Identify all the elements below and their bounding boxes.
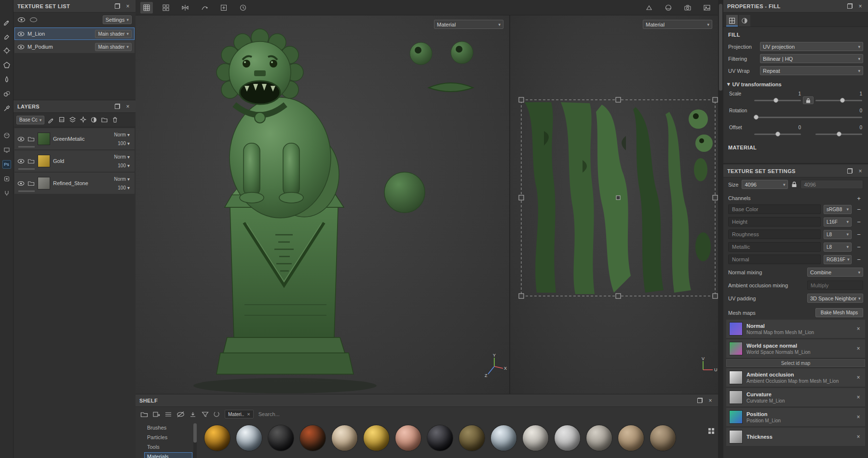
channel-format-dropdown[interactable]: L8 ▾ xyxy=(824,242,852,252)
material-thumbnail[interactable] xyxy=(236,425,262,451)
import-resource-icon[interactable] xyxy=(152,411,160,418)
channel-format-dropdown[interactable]: sRGB8 ▾ xyxy=(824,205,852,214)
layer-row-greenmetalic[interactable]: GreenMetalic Norm▾ 100▾ xyxy=(14,128,135,149)
visibility-eye-icon[interactable] xyxy=(17,17,26,23)
float-panel-icon[interactable] xyxy=(696,397,704,404)
material-thumbnail[interactable] xyxy=(491,425,516,451)
category-brushes[interactable]: Brushes xyxy=(144,423,192,432)
blend-dropdown[interactable]: Norm▾ xyxy=(112,175,132,183)
paint-tool[interactable] xyxy=(0,14,14,29)
category-materials[interactable]: Materials xyxy=(144,452,192,458)
close-panel-icon[interactable]: × xyxy=(856,167,864,175)
close-panel-icon[interactable]: × xyxy=(124,2,132,10)
resources-icon[interactable] xyxy=(0,128,14,143)
add-view-icon[interactable] xyxy=(217,2,230,13)
material-thumbnail[interactable] xyxy=(618,425,644,451)
layer-row-gold[interactable]: Gold Norm▾ 100▾ xyxy=(14,150,135,172)
mesh-map-position[interactable]: Position Position M_Lion × xyxy=(726,408,865,426)
photoshop-badge[interactable]: Ps xyxy=(0,157,14,172)
viewport-3d[interactable]: Material ▾ Y X Z xyxy=(136,15,509,394)
remove-channel-icon[interactable]: − xyxy=(854,242,863,251)
scale-y-slider[interactable] xyxy=(815,100,862,101)
material-thumbnail[interactable] xyxy=(555,425,580,451)
channel-name[interactable]: Roughness xyxy=(728,229,821,239)
float-panel-icon[interactable] xyxy=(846,2,854,10)
mesh-map-curvature[interactable]: Curvature Curvature M_Lion × xyxy=(726,388,865,406)
folder-icon[interactable] xyxy=(140,411,148,418)
add-layer-icon[interactable] xyxy=(48,116,55,123)
display-settings-icon[interactable] xyxy=(0,143,14,157)
material-thumbnail[interactable] xyxy=(364,425,389,451)
size-lock-icon[interactable] xyxy=(791,181,797,188)
uv-padding-dropdown[interactable]: 3D Space Neighbor ▾ xyxy=(807,294,863,303)
polygon-fill-tool[interactable] xyxy=(0,58,14,72)
uv-wrap-dropdown[interactable]: Repeat ▾ xyxy=(760,66,863,75)
material-thumbnail[interactable] xyxy=(332,425,357,451)
display-mode-icon[interactable] xyxy=(662,2,675,13)
symmetry-icon[interactable] xyxy=(179,2,191,13)
export-resources-icon[interactable] xyxy=(189,411,197,418)
material-thumbnail[interactable] xyxy=(268,425,294,451)
shader-dropdown[interactable]: Main shader ▾ xyxy=(95,43,132,51)
mesh-map-ambient-occlusion[interactable]: Ambient occlusion Ambient Occlusion Map … xyxy=(726,368,865,387)
opacity-dropdown[interactable]: 100▾ xyxy=(116,184,132,191)
mesh-map-normal[interactable]: Normal Normal Map from Mesh M_Lion × xyxy=(726,320,865,338)
right-panel-scrollbar[interactable] xyxy=(718,0,723,458)
remove-mesh-map-icon[interactable]: × xyxy=(854,374,862,381)
eye-icon[interactable] xyxy=(17,136,25,142)
list-view-icon[interactable] xyxy=(164,411,172,418)
close-panel-icon[interactable]: × xyxy=(856,2,864,10)
float-panel-icon[interactable] xyxy=(113,2,121,10)
add-fill-layer-icon[interactable] xyxy=(58,116,66,123)
rotation-slider[interactable] xyxy=(754,117,862,118)
material-thumbnail[interactable] xyxy=(427,425,453,451)
layer-row-refined-stone[interactable]: Refined_Stone Norm▾ 100▾ xyxy=(14,173,135,194)
offset-y-slider[interactable] xyxy=(815,134,862,135)
select-id-map-button[interactable]: Select id map xyxy=(726,359,865,367)
smudge-tool[interactable] xyxy=(0,72,14,87)
plugins-icon[interactable] xyxy=(0,186,14,201)
close-panel-icon[interactable]: × xyxy=(706,397,714,404)
remove-mesh-map-icon[interactable]: × xyxy=(854,394,862,401)
bake-mesh-maps-button[interactable]: Bake Mesh Maps xyxy=(815,308,863,317)
grid-snap-icon[interactable] xyxy=(140,2,153,13)
material-thumbnail[interactable] xyxy=(650,425,676,451)
grid-view-toggle-icon[interactable] xyxy=(707,427,715,435)
hide-resources-icon[interactable] xyxy=(176,411,185,418)
remove-mesh-map-icon[interactable]: × xyxy=(854,414,862,420)
clone-tool[interactable] xyxy=(0,87,14,101)
opacity-dropdown[interactable]: 100▾ xyxy=(116,140,132,147)
channel-format-dropdown[interactable]: L16F ▾ xyxy=(824,217,852,227)
viewport-2d[interactable]: Material ▾ V U xyxy=(510,15,718,394)
add-mask-icon[interactable] xyxy=(90,116,97,123)
eye-icon[interactable] xyxy=(17,44,25,50)
tab-material-properties[interactable] xyxy=(726,15,738,27)
material-thumbnail[interactable] xyxy=(523,425,548,451)
eraser-tool[interactable] xyxy=(0,29,14,43)
isolate-icon[interactable] xyxy=(643,2,655,13)
remove-mesh-map-icon[interactable]: × xyxy=(854,433,862,440)
material-thumbnail[interactable] xyxy=(204,425,230,451)
tab-mask-properties[interactable] xyxy=(739,15,750,27)
categories-scrollbar[interactable] xyxy=(193,423,197,458)
lazy-mouse-icon[interactable] xyxy=(198,2,211,13)
texture-set-row-m-podium[interactable]: M_Podium Main shader ▾ xyxy=(14,40,135,53)
scale-lock-icon[interactable] xyxy=(803,96,814,104)
material-picker-tool[interactable] xyxy=(0,101,14,116)
add-channel-icon[interactable]: + xyxy=(854,194,863,202)
eye-icon[interactable] xyxy=(17,31,25,37)
add-folder-icon[interactable] xyxy=(101,116,108,123)
solo-eye-icon[interactable] xyxy=(29,17,38,23)
category-tools[interactable]: Tools xyxy=(144,443,192,451)
filter-icon[interactable] xyxy=(202,411,209,418)
float-panel-icon[interactable] xyxy=(113,103,121,110)
channel-name[interactable]: Metallic xyxy=(728,242,821,252)
opacity-dropdown[interactable]: 100▾ xyxy=(116,162,132,169)
channel-format-dropdown[interactable]: L8 ▾ xyxy=(824,230,852,239)
remove-channel-icon[interactable]: − xyxy=(854,217,863,226)
viewport-3d-material-dropdown[interactable]: Material ▾ xyxy=(434,20,503,29)
channel-name[interactable]: Normal xyxy=(728,255,821,264)
filtering-dropdown[interactable]: Bilinear | HQ ▾ xyxy=(760,54,863,63)
blend-mode-dropdown[interactable]: Base Cc ▾ xyxy=(16,116,44,124)
normal-mixing-dropdown[interactable]: Combine ▾ xyxy=(807,268,863,277)
